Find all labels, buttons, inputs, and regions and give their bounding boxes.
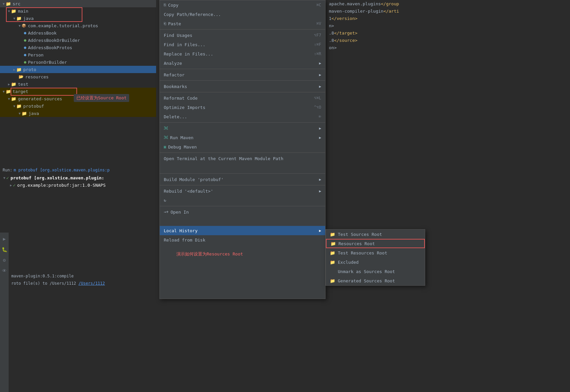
- folder-icon-java2: 📁: [22, 111, 27, 116]
- submenu-item-excluded[interactable]: 📁 Excluded: [326, 257, 425, 267]
- submenu-label-unmark: Unmark as Sources Root: [338, 269, 395, 274]
- submenu-arrow-mark-directory: ▶: [319, 229, 321, 233]
- tree-item-addressbook[interactable]: ● AddressBook: [0, 29, 156, 37]
- tree-label-addressbookprotos: AddressBookProtos: [28, 45, 72, 50]
- menu-item-compare-with[interactable]: →+ Open In: [160, 207, 325, 217]
- arrow-generated-sources: ▼: [8, 97, 10, 101]
- tree-item-addressbookorbuilder[interactable]: ● AddressBookOrBuilder: [0, 37, 156, 44]
- arrow-java2: ▼: [19, 112, 21, 115]
- tree-item-resources[interactable]: 📂 resources: [0, 73, 156, 80]
- run-item-org-example[interactable]: ▶ ✓ org.example:protobuf:jar:1.0-SNAPS: [0, 181, 159, 189]
- tree-label-proto: proto: [23, 67, 36, 72]
- submenu-label-excluded: Excluded: [338, 260, 359, 265]
- tree-label-test: test: [18, 82, 28, 87]
- menu-item-analyze[interactable]: Analyze ▶: [160, 58, 325, 68]
- menu-item-local-history[interactable]: Rebuild '<default>' ▶: [160, 186, 325, 196]
- shortcut-reformat: ⌥⌘L: [314, 96, 321, 100]
- menu-label-open-terminal: Debug Maven: [168, 145, 197, 149]
- resources-icon: 📂: [19, 74, 24, 79]
- submenu-item-resources-root[interactable]: 📁 Resources Root: [326, 239, 425, 248]
- class-icon-addressbookprotos: ●: [24, 45, 26, 50]
- tree-item-person[interactable]: ● Person: [0, 51, 156, 58]
- unmark-icon: [330, 269, 335, 274]
- menu-label-debug-maven: Run Maven: [170, 135, 193, 140]
- arrow-test: ▶: [8, 82, 10, 86]
- expand-icon-protobuf: ▼: [3, 176, 5, 180]
- menu-item-replace-in-files[interactable]: Replace in Files... ⇧⌘R: [160, 49, 325, 58]
- copy-icon: ⎘: [164, 3, 166, 7]
- menu-label-find-in-files: Find in Files...: [164, 42, 205, 47]
- menu-item-reload[interactable]: ↻: [160, 196, 325, 205]
- tree-item-src[interactable]: ▼ 📁 src: [0, 0, 156, 7]
- separator-2: [160, 69, 325, 69]
- tree-item-proto[interactable]: ▶ 📁 proto: [0, 66, 156, 73]
- menu-item-delete[interactable]: Delete... ⌦: [160, 112, 325, 121]
- menu-item-run-maven[interactable]: ℳ ▶: [160, 124, 325, 133]
- check-icon-protobuf: ✓: [6, 175, 9, 180]
- tree-item-personorbuilder[interactable]: ● PersonOrBuilder: [0, 58, 156, 66]
- submenu-item-generated[interactable]: 📁 Generated Sources Root: [326, 276, 425, 285]
- tree-item-protobuf-folder[interactable]: ▼ 📁 protobuf: [0, 102, 156, 110]
- run-label-org: org.example:protobuf:jar:1.0-SNAPS: [17, 183, 106, 188]
- tree-item-main[interactable]: ▼ 📁 main: [0, 7, 156, 15]
- arrow-src: ▼: [3, 2, 5, 6]
- menu-label-delete: Delete...: [164, 114, 187, 119]
- menu-item-mark-directory[interactable]: Local History ▶: [160, 226, 325, 235]
- submenu-label-test-sources-root: Test Sources Root: [338, 232, 382, 237]
- sidebar-icon-eye[interactable]: 👁: [1, 267, 8, 274]
- tree-label-addressbook: AddressBook: [28, 31, 56, 36]
- menu-item-paste[interactable]: ⎗ Paste ⌘V: [160, 19, 325, 28]
- submenu-item-test-resources-root[interactable]: 📁 Test Resources Root: [326, 248, 425, 257]
- menu-item-copy-path[interactable]: Copy Path/Reference...: [160, 10, 325, 19]
- code-line-2: maven-compiler-plugin</arti: [326, 7, 570, 15]
- sidebar-icon-settings[interactable]: ⚙: [1, 256, 8, 264]
- submenu-item-test-sources-root[interactable]: 📁 Test Sources Root: [326, 230, 425, 239]
- class-icon-person: ●: [24, 52, 26, 57]
- menu-item-rebuild[interactable]: [160, 163, 325, 172]
- folder-icon-src: 📁: [6, 1, 11, 6]
- menu-item-open-module[interactable]: [160, 217, 325, 226]
- menu-label-local-history: Rebuild '<default>': [164, 189, 213, 194]
- run-item-protobuf[interactable]: ▼ ✓ protobuf [org.xolstice.maven.plugin:: [0, 174, 159, 181]
- menu-item-bookmarks[interactable]: Bookmarks ▶: [160, 82, 325, 91]
- submenu-item-unmark[interactable]: Unmark as Sources Root: [326, 267, 425, 276]
- menu-item-open-terminal[interactable]: ▣ Debug Maven: [160, 142, 325, 151]
- code-line-1: apache.maven.plugins</group: [326, 0, 570, 7]
- shortcut-paste: ⌘V: [317, 21, 321, 26]
- menu-item-open-in[interactable]: Build Module 'protobuf' ▶: [160, 175, 325, 184]
- menu-item-debug-maven[interactable]: ℳ Run Maven ▶: [160, 133, 325, 142]
- submenu-arrow-run-maven: ▶: [319, 126, 321, 131]
- folder-icon-protobuf-folder: 📁: [16, 104, 22, 109]
- tree-label-protos: com.example.tutorial.protos: [28, 23, 98, 28]
- menu-label-copy: Copy: [168, 3, 178, 8]
- tree-label-java2: java: [29, 111, 39, 116]
- menu-item-copy[interactable]: ⎘ Copy ⌘C: [160, 0, 325, 10]
- menu-label-mark-directory: Local History: [164, 228, 198, 233]
- menu-item-find-in-files[interactable]: Find in Files... ⇧⌘F: [160, 40, 325, 49]
- check-icon-org: ✓: [13, 183, 16, 188]
- separator-9: [160, 206, 325, 206]
- tree-label-resources: resources: [25, 74, 48, 79]
- run-panel-header: Run: m protobuf [org.xolstice.maven.plug…: [0, 166, 159, 174]
- tree-item-java[interactable]: ▼ 📁 java: [0, 15, 156, 22]
- submenu-arrow-analyze: ▶: [319, 61, 321, 65]
- tree-item-addressbookprotos[interactable]: ● AddressBookProtos: [0, 44, 156, 51]
- tree-item-protos[interactable]: ▼ 📦 com.example.tutorial.protos: [0, 22, 156, 29]
- sidebar-icon-play[interactable]: ▶: [1, 235, 8, 243]
- tree-item-test[interactable]: ▶ 📁 test: [0, 80, 156, 88]
- compare-icon: →+: [164, 210, 168, 214]
- resources-root-icon: 📁: [331, 241, 336, 246]
- separator-1: [160, 29, 325, 30]
- sidebar-icon-debug[interactable]: 🐛: [1, 246, 8, 253]
- menu-item-find-usages[interactable]: Find Usages ⌥F7: [160, 31, 325, 40]
- arrow-protos: ▼: [19, 24, 21, 28]
- tree-item-java2[interactable]: ▼ 📁 java: [0, 110, 156, 117]
- context-menu: ⎘ Copy ⌘C Copy Path/Reference... ⎗ Paste…: [159, 0, 326, 299]
- console-path-link[interactable]: /Users/1112: [78, 281, 105, 286]
- resources-root-annotation: 演示如何设置为Resources Root: [176, 251, 243, 257]
- menu-item-build-module[interactable]: Open Terminal at the Current Maven Modul…: [160, 154, 325, 163]
- menu-item-refactor[interactable]: Refactor ▶: [160, 70, 325, 79]
- menu-item-edit-package[interactable]: Reload from Disk: [160, 235, 325, 245]
- menu-item-reformat[interactable]: Reformat Code ⌥⌘L: [160, 93, 325, 103]
- menu-item-optimize[interactable]: Optimize Imports ^⌥O: [160, 103, 325, 112]
